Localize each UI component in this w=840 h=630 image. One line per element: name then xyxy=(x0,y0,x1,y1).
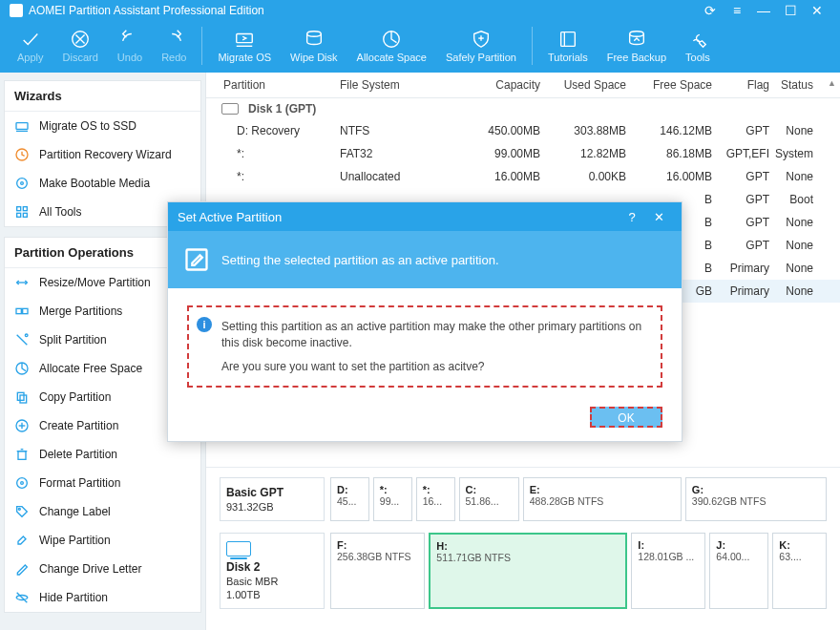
sidebar-item-migrate-os[interactable]: Migrate OS to SSD xyxy=(5,112,200,140)
table-row[interactable]: *:FAT3299.00MB12.82MB86.18MBGPT,EFISyste… xyxy=(206,142,840,165)
ok-button[interactable]: OK xyxy=(590,407,662,428)
disk1-header[interactable]: Disk 1 (GPT) xyxy=(206,98,840,119)
svg-rect-3 xyxy=(237,34,253,43)
svg-point-24 xyxy=(25,334,28,337)
disk-icon xyxy=(221,103,239,115)
op-hide[interactable]: Hide Partition xyxy=(5,583,200,612)
op-delete[interactable]: Delete Partition xyxy=(5,440,200,469)
sidebar-item-bootable-media[interactable]: Make Bootable Media xyxy=(5,169,200,198)
op-change-label[interactable]: Change Label xyxy=(5,497,200,526)
svg-rect-31 xyxy=(18,452,26,460)
tools-button[interactable]: Tools xyxy=(676,27,720,65)
svg-rect-17 xyxy=(17,207,21,211)
close-icon[interactable]: ✕ xyxy=(645,210,672,224)
partition-block[interactable]: *:99... xyxy=(373,477,412,521)
main-toolbar: Apply Discard Undo Redo Migrate OS Wipe … xyxy=(0,21,840,73)
partition-block[interactable]: *:16... xyxy=(416,477,455,521)
set-active-partition-dialog: Set Active Partition ? ✕ Setting the sel… xyxy=(167,201,682,442)
disk1-summary[interactable]: Basic GPT 931.32GB xyxy=(220,477,325,521)
app-title: AOMEI Partition Assistant Professional E… xyxy=(29,4,264,17)
svg-point-11 xyxy=(630,32,644,37)
dialog-title: Set Active Partition xyxy=(178,210,282,224)
partition-block[interactable]: J:64.00... xyxy=(709,533,768,609)
svg-rect-22 xyxy=(23,308,28,313)
discard-button[interactable]: Discard xyxy=(53,27,108,65)
maximize-button[interactable]: ☐ xyxy=(777,3,804,18)
migrate-os-button[interactable]: Migrate OS xyxy=(208,27,281,65)
edit-icon xyxy=(183,246,210,273)
table-row[interactable]: D: RecoveryNTFS450.00MB303.88MB146.12MBG… xyxy=(206,119,840,142)
app-logo xyxy=(10,4,23,17)
svg-point-5 xyxy=(306,32,321,37)
grid-header: Partition File System Capacity Used Spac… xyxy=(206,73,840,98)
op-format[interactable]: Format Partition xyxy=(5,469,200,497)
svg-rect-9 xyxy=(561,32,576,47)
menu-icon[interactable]: ≡ xyxy=(724,3,750,18)
redo-button[interactable]: Redo xyxy=(152,27,196,65)
dialog-header: Setting the selected partition as an act… xyxy=(168,231,682,288)
disk2-summary[interactable]: Disk 2 Basic MBR 1.00TB xyxy=(220,533,325,609)
svg-rect-19 xyxy=(17,213,21,217)
svg-point-15 xyxy=(17,178,28,189)
disk-icon xyxy=(226,541,251,556)
partition-block[interactable]: D:45... xyxy=(330,477,369,521)
partition-block[interactable]: K:63.... xyxy=(772,533,827,609)
undo-button[interactable]: Undo xyxy=(108,27,152,65)
op-wipe[interactable]: Wipe Partition xyxy=(5,526,200,555)
svg-rect-21 xyxy=(16,308,21,313)
svg-rect-26 xyxy=(17,392,24,400)
apply-button[interactable]: Apply xyxy=(8,27,53,65)
free-backup-button[interactable]: Free Backup xyxy=(598,27,676,65)
sidebar-item-partition-recovery[interactable]: Partition Recovery Wizard xyxy=(5,140,200,169)
svg-point-36 xyxy=(18,508,20,510)
svg-point-16 xyxy=(21,182,24,185)
svg-rect-12 xyxy=(16,123,28,130)
svg-rect-20 xyxy=(23,213,27,217)
allocate-space-button[interactable]: Allocate Space xyxy=(347,27,436,65)
refresh-icon[interactable]: ⟳ xyxy=(697,3,724,18)
svg-point-35 xyxy=(21,482,24,485)
partition-block[interactable]: G:390.62GB NTFS xyxy=(685,477,827,521)
close-button[interactable]: ✕ xyxy=(804,3,830,18)
svg-rect-18 xyxy=(23,207,27,211)
partition-block[interactable]: H:511.71GB NTFS xyxy=(429,533,627,609)
tutorials-button[interactable]: Tutorials xyxy=(538,27,598,65)
minimize-button[interactable]: — xyxy=(750,3,777,18)
table-row[interactable]: *:Unallocated16.00MB0.00KB16.00MBGPTNone xyxy=(206,165,840,188)
scroll-up-icon[interactable]: ▲ xyxy=(828,78,836,88)
partition-block[interactable]: E:488.28GB NTFS xyxy=(523,477,682,521)
wizards-title: Wizards xyxy=(5,81,200,112)
svg-point-34 xyxy=(17,478,28,489)
help-icon[interactable]: ? xyxy=(619,210,645,224)
partition-block[interactable]: I:128.01GB ... xyxy=(631,533,705,609)
safely-partition-button[interactable]: Safely Partition xyxy=(436,27,526,65)
titlebar: AOMEI Partition Assistant Professional E… xyxy=(0,0,840,21)
disk-map: Basic GPT 931.32GB D:45...*:99...*:16...… xyxy=(206,467,840,630)
wipe-disk-button[interactable]: Wipe Disk xyxy=(281,27,347,65)
info-icon: i xyxy=(197,317,212,332)
disk2-card: Disk 2 Basic MBR 1.00TB F:256.38GB NTFSH… xyxy=(220,533,827,609)
partition-block[interactable]: C:51.86... xyxy=(459,477,519,521)
partition-block[interactable]: F:256.38GB NTFS xyxy=(330,533,425,609)
disk1-card: Basic GPT 931.32GB D:45...*:99...*:16...… xyxy=(220,477,827,521)
svg-line-37 xyxy=(17,593,28,603)
dialog-titlebar: Set Active Partition ? ✕ xyxy=(168,202,682,231)
op-drive-letter[interactable]: Change Drive Letter xyxy=(5,555,200,583)
warning-box: i Setting this partition as an active pa… xyxy=(187,305,662,388)
